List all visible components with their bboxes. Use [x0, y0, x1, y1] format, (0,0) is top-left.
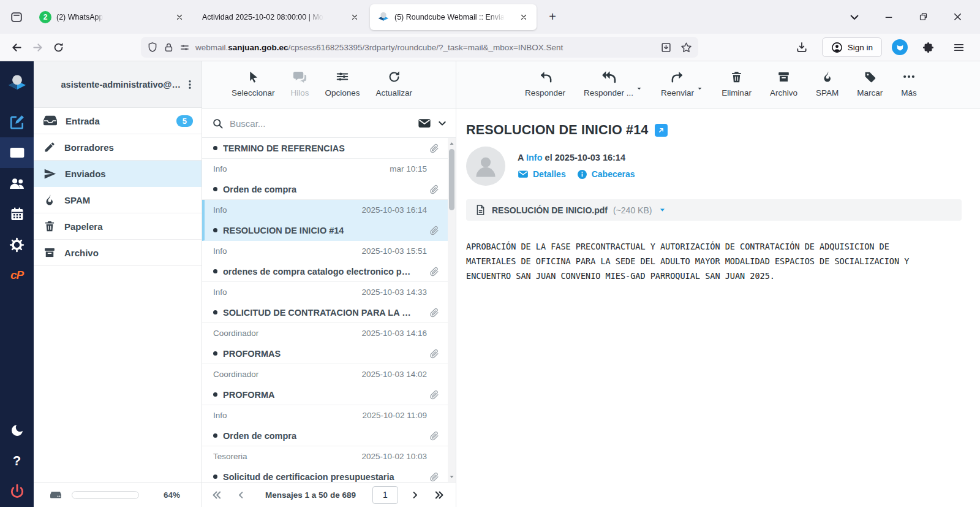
account-menu-icon[interactable] [184, 79, 195, 90]
list-item[interactable]: Infomar 10:15 Orden de compra [202, 159, 448, 200]
delete-button[interactable]: Eliminar [722, 69, 752, 97]
mark-button[interactable]: Marcar [857, 69, 883, 97]
first-page-button[interactable] [208, 487, 224, 503]
to-prefix: A [518, 153, 524, 162]
settings-nav-button[interactable] [0, 229, 34, 260]
reply-all-button[interactable]: Responder ... [584, 69, 633, 97]
forward-dropdown-icon[interactable] [696, 85, 703, 92]
forward-button[interactable] [27, 37, 48, 57]
reload-button[interactable] [48, 37, 69, 57]
list-scrollbar[interactable] [448, 138, 456, 482]
search-scope-icon[interactable] [418, 116, 431, 130]
address-bar[interactable]: webmail.sanjuan.gob.ec/cpsess6168253395/… [141, 37, 698, 58]
menu-hamburger-icon[interactable] [948, 37, 969, 57]
help-button[interactable]: ? [0, 446, 34, 476]
last-page-button[interactable] [431, 487, 447, 503]
folder-papelera[interactable]: Papelera [34, 213, 202, 240]
list-item[interactable]: Info2025-10-03 14:33 SOLICITUD DE CONTRA… [202, 282, 448, 323]
folder-spam[interactable]: SPAM [34, 187, 202, 213]
attachment-paperclip-icon [429, 472, 439, 482]
button-label: Actualizar [376, 88, 412, 97]
mail-nav-button[interactable] [0, 137, 34, 168]
lock-icon[interactable] [164, 42, 174, 53]
attachment-menu-icon[interactable] [658, 206, 666, 214]
select-button[interactable]: Seleccionar [232, 69, 275, 97]
recipient-link[interactable]: Info [526, 153, 543, 162]
firefox-view-button[interactable] [6, 7, 27, 28]
extensions-puzzle-icon[interactable] [918, 37, 938, 57]
restore-button[interactable] [914, 8, 932, 26]
search-options-chevron-icon[interactable] [437, 118, 447, 128]
folder-entrada[interactable]: Entrada 5 [34, 108, 202, 134]
tracking-shield-icon[interactable] [147, 42, 158, 53]
threads-button[interactable]: Hilos [291, 69, 309, 97]
account-header[interactable]: asistente-administrativo@… [34, 61, 202, 108]
trash-icon [730, 69, 743, 84]
list-item[interactable]: Tesoreria2025-10-02 10:03 Solicitud de c… [202, 446, 448, 482]
search-input[interactable] [230, 118, 412, 129]
minimize-button[interactable] [880, 8, 898, 26]
contacts-nav-button[interactable] [0, 168, 34, 199]
tab-close-icon[interactable] [348, 10, 361, 24]
details-link[interactable]: Detalles [518, 169, 566, 180]
next-page-button[interactable] [407, 487, 423, 503]
scroll-down-icon[interactable] [448, 472, 456, 481]
quota-progress [72, 491, 139, 499]
folder-enviados[interactable]: Enviados [34, 161, 202, 187]
prev-page-button[interactable] [233, 487, 249, 503]
headers-link[interactable]: Cabeceras [577, 169, 635, 180]
message-subject: PROFORMAS [223, 349, 424, 359]
list-item[interactable]: Info2025-10-02 11:09 Orden de compra [202, 405, 448, 446]
message-sender: Info [213, 164, 390, 173]
calendar-nav-button[interactable] [0, 199, 34, 229]
reply-all-dropdown-icon[interactable] [636, 85, 643, 92]
list-item-selected[interactable]: Info2025-10-03 16:14 RESOLUCION DE INICI… [202, 200, 448, 241]
dark-mode-toggle[interactable] [0, 415, 34, 446]
tab-close-icon[interactable] [517, 10, 530, 24]
folder-archivo[interactable]: Archivo [34, 240, 202, 266]
cpanel-button[interactable]: cP [0, 260, 34, 291]
save-page-icon[interactable] [660, 42, 672, 53]
message-sender: Coordinador [213, 329, 361, 338]
new-tab-button[interactable]: + [543, 7, 562, 27]
open-in-new-window-icon[interactable] [655, 124, 668, 137]
compose-button[interactable] [0, 107, 34, 137]
back-button[interactable] [6, 37, 27, 57]
tab-actividad[interactable]: Actividad 2025-10-02 08:00:00 | Mo [195, 4, 368, 30]
button-label: SPAM [816, 88, 839, 97]
logout-button[interactable] [0, 476, 34, 507]
list-item[interactable]: Coordinador2025-10-03 14:02 PROFORMA [202, 364, 448, 405]
message-subject-title: RESOLUCION DE INICIO #14 [466, 123, 649, 138]
list-all-tabs-icon[interactable] [845, 8, 864, 26]
tab-roundcube-active[interactable]: (5) Roundcube Webmail :: Envia [370, 4, 537, 30]
details-label: Detalles [533, 169, 566, 179]
attachment-name[interactable]: RESOLUCIÓN DE INICIO.pdf [492, 205, 608, 215]
refresh-button[interactable]: Actualizar [376, 69, 412, 97]
bookmark-star-icon[interactable] [680, 42, 692, 53]
reply-button[interactable]: Responder [525, 69, 565, 97]
pdf-file-icon [475, 204, 486, 216]
sign-in-button[interactable]: Sign in [822, 37, 882, 57]
archive-button[interactable]: Archivo [770, 69, 797, 97]
fox-extension-icon[interactable] [892, 39, 908, 55]
close-window-button[interactable] [948, 8, 967, 26]
forward-button[interactable]: Reenviar [661, 69, 694, 97]
spam-button[interactable]: SPAM [816, 69, 839, 97]
page-number-input[interactable] [372, 486, 398, 504]
folder-borradores[interactable]: Borradores [34, 134, 202, 161]
permissions-icon[interactable] [179, 42, 190, 53]
options-button[interactable]: Opciones [325, 69, 360, 97]
scrollbar-thumb[interactable] [449, 149, 454, 210]
list-item[interactable]: TERMINO DE REFERENCIAS [202, 138, 448, 159]
sign-in-label: Sign in [848, 43, 873, 52]
list-item[interactable]: Coordinador2025-10-03 14:16 PROFORMAS [202, 323, 448, 364]
search-bar [202, 109, 456, 138]
attachment-bar[interactable]: RESOLUCIÓN DE INICIO.pdf (~240 KB) [466, 199, 962, 221]
tab-close-icon[interactable] [173, 10, 186, 24]
downloads-icon[interactable] [791, 37, 812, 57]
list-item[interactable]: Info2025-10-03 15:51 ordenes de compra c… [202, 241, 448, 282]
scroll-up-icon[interactable] [448, 139, 456, 148]
tab-whatsapp[interactable]: 2 (2) WhatsApp [32, 4, 192, 30]
window-controls [845, 8, 980, 26]
more-button[interactable]: Más [901, 69, 917, 97]
